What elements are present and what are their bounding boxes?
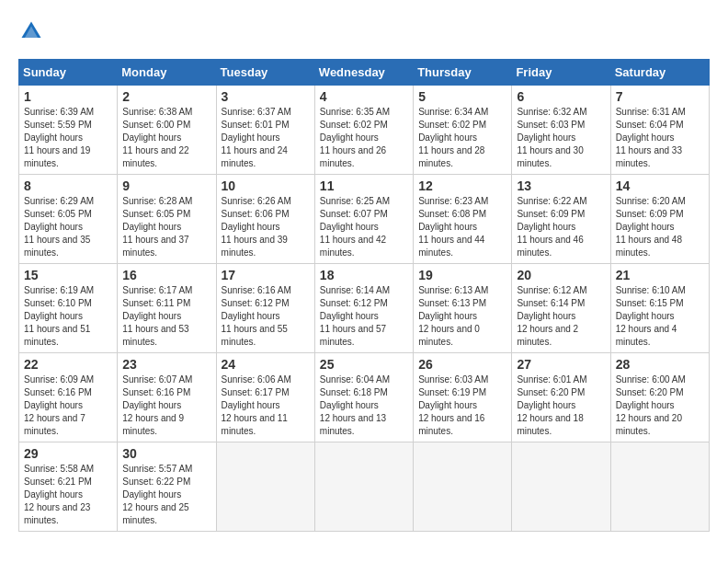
day-info: Sunrise: 6:03 AMSunset: 6:19 PMDaylight … xyxy=(418,374,488,436)
calendar-table: SundayMondayTuesdayWednesdayThursdayFrid… xyxy=(18,59,710,532)
day-info: Sunrise: 5:58 AMSunset: 6:21 PMDaylight … xyxy=(24,464,94,525)
calendar-cell: 4 Sunrise: 6:35 AMSunset: 6:02 PMDayligh… xyxy=(314,86,413,175)
calendar-cell: 28 Sunrise: 6:00 AMSunset: 6:20 PMDaylig… xyxy=(610,353,709,442)
calendar-cell: 18 Sunrise: 6:14 AMSunset: 6:12 PMDaylig… xyxy=(314,264,413,353)
day-info: Sunrise: 6:34 AMSunset: 6:02 PMDaylight … xyxy=(418,107,488,168)
calendar-cell: 12 Sunrise: 6:23 AMSunset: 6:08 PMDaylig… xyxy=(414,175,512,264)
day-number: 29 xyxy=(24,446,112,461)
day-info: Sunrise: 6:32 AMSunset: 6:03 PMDaylight … xyxy=(517,107,586,168)
day-number: 16 xyxy=(122,268,210,282)
calendar-cell: 23 Sunrise: 6:07 AMSunset: 6:16 PMDaylig… xyxy=(118,353,216,442)
calendar-cell: 8 Sunrise: 6:29 AMSunset: 6:05 PMDayligh… xyxy=(19,175,118,264)
weekday-header: Thursday xyxy=(414,60,512,86)
day-info: Sunrise: 6:29 AMSunset: 6:05 PMDaylight … xyxy=(24,196,94,258)
day-info: Sunrise: 6:38 AMSunset: 6:00 PMDaylight … xyxy=(122,107,192,168)
day-number: 10 xyxy=(222,178,310,193)
day-info: Sunrise: 6:04 AMSunset: 6:18 PMDaylight … xyxy=(320,374,390,436)
calendar-row: 8 Sunrise: 6:29 AMSunset: 6:05 PMDayligh… xyxy=(19,175,710,264)
calendar-cell: 1 Sunrise: 6:39 AMSunset: 5:59 PMDayligh… xyxy=(19,86,118,175)
day-number: 5 xyxy=(418,89,506,104)
day-info: Sunrise: 6:14 AMSunset: 6:12 PMDaylight … xyxy=(320,285,390,347)
weekday-header: Sunday xyxy=(19,60,118,86)
calendar-cell: 22 Sunrise: 6:09 AMSunset: 6:16 PMDaylig… xyxy=(19,353,118,442)
calendar-cell: 14 Sunrise: 6:20 AMSunset: 6:09 PMDaylig… xyxy=(610,175,709,264)
calendar-cell: 19 Sunrise: 6:13 AMSunset: 6:13 PMDaylig… xyxy=(414,264,512,353)
weekday-header-row: SundayMondayTuesdayWednesdayThursdayFrid… xyxy=(19,60,710,86)
day-number: 27 xyxy=(517,357,605,372)
day-number: 12 xyxy=(418,178,506,193)
weekday-header: Friday xyxy=(512,60,610,86)
day-number: 26 xyxy=(418,357,506,372)
day-number: 20 xyxy=(517,268,605,282)
calendar-cell: 15 Sunrise: 6:19 AMSunset: 6:10 PMDaylig… xyxy=(19,264,118,353)
calendar-cell: 11 Sunrise: 6:25 AMSunset: 6:07 PMDaylig… xyxy=(314,175,413,264)
day-number: 24 xyxy=(222,357,310,372)
day-number: 7 xyxy=(616,89,704,104)
day-info: Sunrise: 6:16 AMSunset: 6:12 PMDaylight … xyxy=(222,285,291,347)
calendar-cell: 13 Sunrise: 6:22 AMSunset: 6:09 PMDaylig… xyxy=(512,175,610,264)
day-info: Sunrise: 6:12 AMSunset: 6:14 PMDaylight … xyxy=(517,285,586,347)
day-number: 11 xyxy=(320,178,408,193)
weekday-header: Monday xyxy=(118,60,216,86)
calendar-row: 15 Sunrise: 6:19 AMSunset: 6:10 PMDaylig… xyxy=(19,264,710,353)
logo xyxy=(18,18,48,44)
day-number: 19 xyxy=(418,268,506,282)
day-number: 8 xyxy=(24,178,112,193)
calendar-cell xyxy=(314,442,413,532)
day-info: Sunrise: 6:07 AMSunset: 6:16 PMDaylight … xyxy=(122,374,192,436)
calendar-cell: 25 Sunrise: 6:04 AMSunset: 6:18 PMDaylig… xyxy=(314,353,413,442)
day-number: 15 xyxy=(24,268,112,282)
day-number: 22 xyxy=(24,357,112,372)
calendar-cell: 9 Sunrise: 6:28 AMSunset: 6:05 PMDayligh… xyxy=(118,175,216,264)
day-info: Sunrise: 6:31 AMSunset: 6:04 PMDaylight … xyxy=(616,107,686,168)
logo-icon xyxy=(18,18,44,44)
calendar-cell: 16 Sunrise: 6:17 AMSunset: 6:11 PMDaylig… xyxy=(118,264,216,353)
calendar-cell: 29 Sunrise: 5:58 AMSunset: 6:21 PMDaylig… xyxy=(19,442,118,532)
page-header xyxy=(18,18,710,44)
weekday-header: Tuesday xyxy=(216,60,314,86)
calendar-row: 1 Sunrise: 6:39 AMSunset: 5:59 PMDayligh… xyxy=(19,86,710,175)
day-number: 30 xyxy=(122,446,210,461)
day-info: Sunrise: 6:09 AMSunset: 6:16 PMDaylight … xyxy=(24,374,94,436)
day-number: 4 xyxy=(320,89,408,104)
day-number: 9 xyxy=(122,178,210,193)
calendar-cell: 3 Sunrise: 6:37 AMSunset: 6:01 PMDayligh… xyxy=(216,86,314,175)
day-info: Sunrise: 6:06 AMSunset: 6:17 PMDaylight … xyxy=(222,374,291,436)
day-number: 23 xyxy=(122,357,210,372)
calendar-row: 29 Sunrise: 5:58 AMSunset: 6:21 PMDaylig… xyxy=(19,442,710,532)
calendar-cell: 6 Sunrise: 6:32 AMSunset: 6:03 PMDayligh… xyxy=(512,86,610,175)
calendar-cell: 27 Sunrise: 6:01 AMSunset: 6:20 PMDaylig… xyxy=(512,353,610,442)
calendar-cell: 20 Sunrise: 6:12 AMSunset: 6:14 PMDaylig… xyxy=(512,264,610,353)
calendar-cell: 26 Sunrise: 6:03 AMSunset: 6:19 PMDaylig… xyxy=(414,353,512,442)
calendar-cell xyxy=(512,442,610,532)
calendar-cell: 17 Sunrise: 6:16 AMSunset: 6:12 PMDaylig… xyxy=(216,264,314,353)
calendar-row: 22 Sunrise: 6:09 AMSunset: 6:16 PMDaylig… xyxy=(19,353,710,442)
day-number: 2 xyxy=(122,89,210,104)
day-number: 18 xyxy=(320,268,408,282)
day-info: Sunrise: 6:28 AMSunset: 6:05 PMDaylight … xyxy=(122,196,192,258)
weekday-header: Saturday xyxy=(610,60,709,86)
day-info: Sunrise: 6:20 AMSunset: 6:09 PMDaylight … xyxy=(616,196,686,258)
day-info: Sunrise: 6:01 AMSunset: 6:20 PMDaylight … xyxy=(517,374,586,436)
day-info: Sunrise: 6:39 AMSunset: 5:59 PMDaylight … xyxy=(24,107,94,168)
day-info: Sunrise: 6:35 AMSunset: 6:02 PMDaylight … xyxy=(320,107,390,168)
day-info: Sunrise: 6:13 AMSunset: 6:13 PMDaylight … xyxy=(418,285,488,347)
day-info: Sunrise: 6:19 AMSunset: 6:10 PMDaylight … xyxy=(24,285,94,347)
day-number: 21 xyxy=(616,268,704,282)
calendar-cell: 30 Sunrise: 5:57 AMSunset: 6:22 PMDaylig… xyxy=(118,442,216,532)
day-info: Sunrise: 6:10 AMSunset: 6:15 PMDaylight … xyxy=(616,285,686,347)
calendar-cell: 21 Sunrise: 6:10 AMSunset: 6:15 PMDaylig… xyxy=(610,264,709,353)
day-info: Sunrise: 6:22 AMSunset: 6:09 PMDaylight … xyxy=(517,196,586,258)
day-info: Sunrise: 6:26 AMSunset: 6:06 PMDaylight … xyxy=(222,196,291,258)
calendar-cell xyxy=(216,442,314,532)
day-info: Sunrise: 6:25 AMSunset: 6:07 PMDaylight … xyxy=(320,196,390,258)
day-number: 28 xyxy=(616,357,704,372)
day-info: Sunrise: 5:57 AMSunset: 6:22 PMDaylight … xyxy=(122,464,192,525)
day-number: 14 xyxy=(616,178,704,193)
calendar-cell: 10 Sunrise: 6:26 AMSunset: 6:06 PMDaylig… xyxy=(216,175,314,264)
day-info: Sunrise: 6:23 AMSunset: 6:08 PMDaylight … xyxy=(418,196,488,258)
calendar-cell xyxy=(414,442,512,532)
day-info: Sunrise: 6:00 AMSunset: 6:20 PMDaylight … xyxy=(616,374,686,436)
calendar-cell: 5 Sunrise: 6:34 AMSunset: 6:02 PMDayligh… xyxy=(414,86,512,175)
day-number: 25 xyxy=(320,357,408,372)
